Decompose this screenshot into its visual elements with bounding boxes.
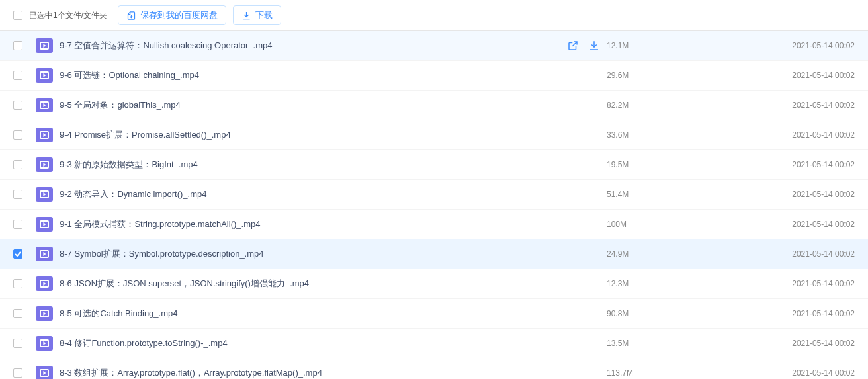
table-row[interactable]: 8-7 Symbol扩展：Symbol.prototype.descriptio… (0, 239, 868, 269)
file-name[interactable]: 8-7 Symbol扩展：Symbol.prototype.descriptio… (60, 248, 560, 260)
table-row[interactable]: 9-5 全局对象：globalThis_.mp482.2M2021-05-14 … (0, 91, 868, 120)
row-checkbox[interactable] (13, 41, 22, 50)
download-button-label: 下载 (255, 9, 273, 21)
video-file-icon (36, 38, 53, 53)
file-date: 2021-05-14 00:02 (769, 190, 855, 199)
file-name[interactable]: 9-6 可选链：Optional chaining_.mp4 (60, 69, 560, 81)
row-checkbox[interactable] (13, 279, 22, 288)
file-date: 2021-05-14 00:02 (769, 130, 855, 140)
file-size: 12.3M (607, 279, 769, 288)
file-name[interactable]: 9-5 全局对象：globalThis_.mp4 (60, 99, 560, 111)
file-date: 2021-05-14 00:02 (769, 339, 855, 348)
file-name[interactable]: 8-3 数组扩展：Array.prototype.flat()，Array.pr… (60, 367, 560, 379)
toolbar: 已选中1个文件/文件夹 保存到我的百度网盘 下载 (0, 0, 868, 31)
video-file-icon (36, 217, 53, 232)
file-name[interactable]: 9-2 动态导入：Dynamic import()_.mp4 (60, 189, 560, 200)
video-file-icon (36, 68, 53, 83)
row-checkbox[interactable] (13, 160, 22, 169)
video-file-icon (36, 336, 53, 351)
file-size: 12.1M (607, 41, 769, 50)
save-icon (126, 11, 136, 21)
file-date: 2021-05-14 00:02 (769, 368, 855, 378)
table-row[interactable]: 9-1 全局模式捕获：String.prototype.matchAll()_.… (0, 210, 868, 239)
share-icon[interactable] (567, 40, 579, 52)
file-size: 82.2M (607, 101, 769, 110)
row-checkbox[interactable] (13, 339, 22, 348)
file-name[interactable]: 8-5 可选的Catch Binding_.mp4 (60, 308, 560, 319)
table-row[interactable]: 8-4 修订Function.prototype.toString()-_.mp… (0, 329, 868, 358)
video-file-icon (36, 306, 53, 321)
save-button-label: 保存到我的百度网盘 (140, 9, 218, 21)
video-file-icon (36, 157, 53, 172)
file-size: 90.8M (607, 309, 769, 318)
file-date: 2021-05-14 00:02 (769, 160, 855, 169)
file-name[interactable]: 9-1 全局模式捕获：String.prototype.matchAll()_.… (60, 218, 560, 230)
table-row[interactable]: 9-6 可选链：Optional chaining_.mp429.6M2021-… (0, 61, 868, 91)
row-checkbox[interactable] (13, 249, 22, 259)
row-checkbox[interactable] (13, 71, 22, 80)
file-size: 19.5M (607, 160, 769, 169)
file-date: 2021-05-14 00:02 (769, 309, 855, 318)
selection-label: 已选中1个文件/文件夹 (29, 10, 107, 21)
video-file-icon (36, 187, 53, 202)
download-button[interactable]: 下载 (233, 5, 281, 25)
file-size: 113.7M (607, 368, 769, 378)
file-date: 2021-05-14 00:02 (769, 220, 855, 229)
file-size: 13.5M (607, 339, 769, 348)
video-file-icon (36, 128, 53, 142)
file-size: 24.9M (607, 249, 769, 259)
row-checkbox[interactable] (13, 309, 22, 318)
row-checkbox[interactable] (13, 368, 22, 378)
file-name[interactable]: 8-6 JSON扩展：JSON superset，JSON.stringify(… (60, 278, 560, 290)
file-date: 2021-05-14 00:02 (769, 101, 855, 110)
row-checkbox[interactable] (13, 220, 22, 229)
file-list: 9-7 空值合并运算符：Nullish coalescing Operator_… (0, 31, 868, 379)
table-row[interactable]: 8-6 JSON扩展：JSON superset，JSON.stringify(… (0, 269, 868, 299)
row-checkbox[interactable] (13, 101, 22, 110)
table-row[interactable]: 9-2 动态导入：Dynamic import()_.mp451.4M2021-… (0, 180, 868, 210)
select-all-checkbox[interactable] (13, 11, 22, 20)
table-row[interactable]: 9-7 空值合并运算符：Nullish coalescing Operator_… (0, 31, 868, 61)
file-date: 2021-05-14 00:02 (769, 249, 855, 259)
table-row[interactable]: 9-3 新的原始数据类型：BigInt_.mp419.5M2021-05-14 … (0, 150, 868, 180)
row-checkbox[interactable] (13, 190, 22, 199)
file-size: 51.4M (607, 190, 769, 199)
file-name[interactable]: 9-7 空值合并运算符：Nullish coalescing Operator_… (60, 40, 560, 52)
download-icon[interactable] (588, 40, 600, 52)
table-row[interactable]: 8-3 数组扩展：Array.prototype.flat()，Array.pr… (0, 358, 868, 379)
table-row[interactable]: 9-4 Promise扩展：Promise.allSettled()_.mp43… (0, 120, 868, 150)
file-name[interactable]: 9-4 Promise扩展：Promise.allSettled()_.mp4 (60, 129, 560, 141)
file-name[interactable]: 8-4 修订Function.prototype.toString()-_.mp… (60, 337, 560, 349)
file-date: 2021-05-14 00:02 (769, 41, 855, 50)
save-to-pan-button[interactable]: 保存到我的百度网盘 (118, 5, 226, 25)
video-file-icon (36, 366, 53, 379)
download-icon (241, 11, 251, 21)
video-file-icon (36, 247, 53, 261)
row-checkbox[interactable] (13, 130, 22, 140)
video-file-icon (36, 276, 53, 291)
table-row[interactable]: 8-5 可选的Catch Binding_.mp490.8M2021-05-14… (0, 299, 868, 329)
file-date: 2021-05-14 00:02 (769, 279, 855, 288)
file-date: 2021-05-14 00:02 (769, 71, 855, 80)
file-size: 29.6M (607, 71, 769, 80)
video-file-icon (36, 98, 53, 112)
file-size: 100M (607, 220, 769, 229)
file-name[interactable]: 9-3 新的原始数据类型：BigInt_.mp4 (60, 159, 560, 171)
file-size: 33.6M (607, 130, 769, 140)
